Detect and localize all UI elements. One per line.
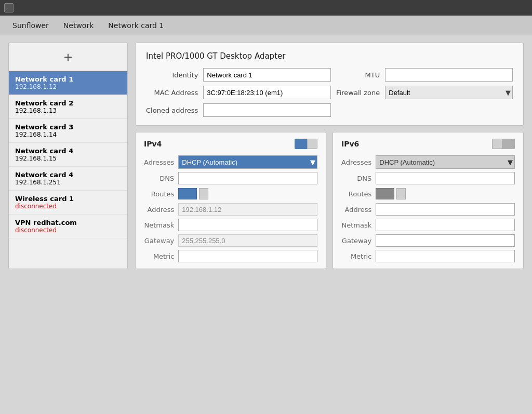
ipv6-dns-input[interactable] — [376, 172, 515, 184]
net-item-ip: 192.168.1.251 — [15, 179, 121, 186]
ipv4-gateway-input[interactable] — [178, 234, 317, 247]
mac-input[interactable] — [203, 86, 331, 99]
ipv6-panel: IPv6 Adresses DHCP (Automatic) Manual Li… — [332, 132, 524, 269]
toggle-off-part — [502, 139, 515, 149]
add-network-button[interactable]: + — [9, 43, 127, 71]
net-item-ip: 192.168.1.14 — [15, 131, 121, 138]
ipv6-routes-label: Routes — [341, 190, 371, 198]
list-item[interactable]: Network card 4 192.168.1.251 — [9, 167, 127, 191]
ipv4-header: IPv4 — [144, 139, 317, 149]
net-item-name: Network card 3 — [15, 123, 121, 131]
identity-input[interactable] — [203, 68, 331, 82]
ipv6-address-input[interactable] — [376, 203, 515, 216]
ipv4-netmask-label: Netmask — [144, 221, 174, 229]
toggle-thumb — [307, 139, 317, 149]
ipv4-dns-input[interactable] — [178, 172, 317, 184]
routes-btn-grey — [376, 188, 394, 199]
ipv4-address-input[interactable] — [178, 203, 317, 216]
firewall-select[interactable]: Default Public Private Trusted Drop — [385, 86, 513, 99]
list-item[interactable]: Network card 1 192.168.1.12 — [9, 71, 127, 95]
ipv4-form: Adresses DHCP (Automatic) Manual Link-Lo… — [144, 155, 317, 262]
net-item-ip: 192.168.1.15 — [15, 155, 121, 162]
ipv6-netmask-input[interactable] — [376, 219, 515, 231]
ipv4-routes-toggle[interactable] — [178, 188, 317, 200]
firewall-select-wrapper: Default Public Private Trusted Drop ▼ — [385, 86, 513, 99]
breadcrumb-network[interactable]: Network — [56, 18, 101, 33]
breadcrumb-sunflower[interactable]: Sunflower — [5, 18, 56, 33]
detail-panel: Intel PRO/1000 GT Desktop Adapter Identi… — [135, 43, 524, 269]
identity-label: Identity — [146, 71, 198, 79]
net-item-status: disconnected — [15, 203, 121, 210]
list-item[interactable]: Network card 3 192.168.1.14 — [9, 119, 127, 143]
list-item[interactable]: Network card 4 192.168.1.15 — [9, 143, 127, 167]
toggle-on-part — [295, 139, 307, 149]
ipv4-dns-label: DNS — [144, 175, 174, 182]
net-item-name: VPN redhat.com — [15, 219, 121, 226]
ipv4-metric-input[interactable] — [178, 250, 317, 262]
ipv4-gateway-label: Gateway — [144, 237, 174, 245]
ipv6-header: IPv6 — [341, 139, 515, 149]
ipv6-dns-label: DNS — [341, 175, 371, 182]
ipv4-addresses-label: Adresses — [144, 158, 174, 166]
ip-panels: IPv4 Adresses DHCP (Automatic) Manual Li… — [135, 132, 524, 269]
cloned-label: Cloned address — [146, 106, 198, 114]
ipv4-routes-label: Routes — [144, 190, 174, 198]
ipv4-addresses-select[interactable]: DHCP (Automatic) Manual Link-Local Disab… — [178, 155, 317, 169]
ipv4-toggle[interactable] — [295, 139, 317, 149]
net-item-ip: 192.168.1.12 — [15, 83, 121, 90]
net-item-ip: 192.168.1.13 — [15, 107, 121, 114]
ipv4-panel: IPv4 Adresses DHCP (Automatic) Manual Li… — [135, 132, 326, 269]
card-adapter-title: Intel PRO/1000 GT Desktop Adapter — [146, 51, 513, 61]
ipv6-routes-toggle[interactable] — [376, 188, 515, 200]
ipv4-address-label: Address — [144, 206, 174, 213]
net-item-name: Network card 4 — [15, 171, 121, 179]
ipv6-title: IPv6 — [341, 140, 359, 148]
main-content: + Network card 1 192.168.1.12 Network ca… — [0, 35, 532, 276]
routes-btn-thumb — [199, 188, 208, 199]
net-item-name: Network card 4 — [15, 147, 121, 155]
list-item[interactable]: VPN redhat.com disconnected — [9, 215, 127, 238]
net-item-name: Wireless card 1 — [15, 195, 121, 203]
mac-label: MAC Address — [146, 89, 198, 97]
net-item-name: Network card 2 — [15, 99, 121, 107]
card-info-grid: Identity MTU MAC Address Firewall zone D… — [146, 68, 513, 117]
ipv6-toggle[interactable] — [492, 139, 515, 149]
net-item-name: Network card 1 — [15, 75, 121, 83]
ipv6-addresses-label: Adresses — [341, 158, 371, 166]
routes-btn-on — [178, 188, 197, 199]
ipv6-addresses-select-wrapper: DHCP (Automatic) Manual Link-Local Disab… — [376, 155, 515, 169]
breadcrumb-network-card[interactable]: Network card 1 — [101, 18, 171, 33]
ipv6-metric-label: Metric — [341, 252, 371, 260]
ipv6-gateway-label: Gateway — [341, 237, 371, 245]
net-item-status: disconnected — [15, 226, 121, 234]
ipv6-netmask-label: Netmask — [341, 221, 371, 229]
ipv4-title: IPv4 — [144, 140, 162, 148]
routes-btn-thumb — [396, 188, 406, 199]
topbar — [0, 0, 532, 16]
firewall-label: Firewall zone — [336, 89, 380, 97]
cloned-input[interactable] — [203, 103, 331, 117]
list-item[interactable]: Wireless card 1 disconnected — [9, 191, 127, 215]
ipv6-gateway-input[interactable] — [376, 234, 515, 247]
list-item[interactable]: Network card 2 192.168.1.13 — [9, 95, 127, 119]
ipv6-metric-input[interactable] — [376, 250, 515, 262]
toggle-thumb — [492, 139, 502, 149]
ipv4-metric-label: Metric — [144, 252, 174, 260]
topbar-dot — [4, 3, 14, 12]
network-list-panel: + Network card 1 192.168.1.12 Network ca… — [8, 43, 128, 269]
mtu-input[interactable] — [385, 68, 513, 82]
ipv6-address-label: Address — [341, 206, 371, 213]
mtu-label: MTU — [336, 71, 380, 79]
breadcrumb: Sunflower Network Network card 1 — [0, 16, 532, 35]
card-info-section: Intel PRO/1000 GT Desktop Adapter Identi… — [135, 43, 524, 126]
ipv4-netmask-input[interactable] — [178, 219, 317, 231]
ipv6-addresses-select[interactable]: DHCP (Automatic) Manual Link-Local Disab… — [376, 155, 515, 169]
ipv4-addresses-select-wrapper: DHCP (Automatic) Manual Link-Local Disab… — [178, 155, 317, 169]
ipv6-form: Adresses DHCP (Automatic) Manual Link-Lo… — [341, 155, 515, 262]
